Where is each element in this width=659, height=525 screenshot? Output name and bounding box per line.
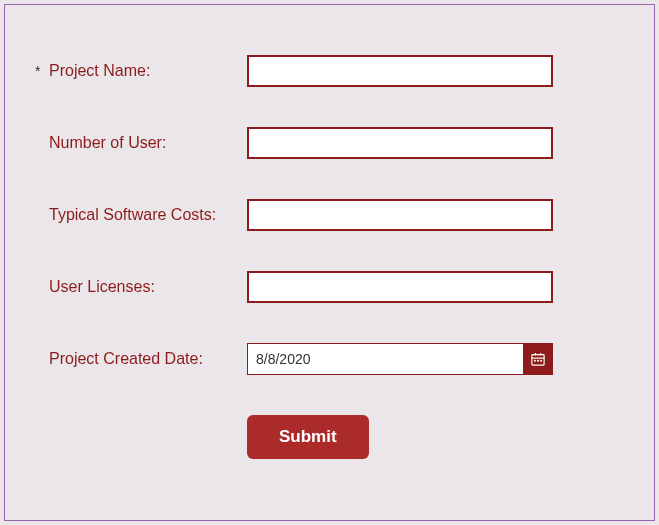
- form-panel: * Project Name: Number of User: Typical …: [4, 4, 655, 521]
- row-project-name: * Project Name:: [35, 55, 624, 87]
- row-software-costs: Typical Software Costs:: [35, 199, 624, 231]
- label-user-licenses: User Licenses:: [49, 278, 247, 296]
- created-date-input[interactable]: [247, 343, 523, 375]
- user-licenses-input[interactable]: [247, 271, 553, 303]
- row-user-licenses: User Licenses:: [35, 271, 624, 303]
- label-software-costs: Typical Software Costs:: [49, 206, 247, 224]
- software-costs-input[interactable]: [247, 199, 553, 231]
- calendar-icon: [531, 352, 545, 366]
- submit-button[interactable]: Submit: [247, 415, 369, 459]
- submit-row: Submit: [35, 415, 624, 459]
- label-number-of-user: Number of User:: [49, 134, 247, 152]
- svg-rect-5: [537, 360, 539, 362]
- label-project-name: Project Name:: [49, 62, 247, 80]
- required-marker: *: [35, 63, 49, 79]
- number-of-user-input[interactable]: [247, 127, 553, 159]
- label-created-date: Project Created Date:: [49, 350, 247, 368]
- calendar-button[interactable]: [523, 343, 553, 375]
- created-date-field: [247, 343, 553, 375]
- row-number-of-user: Number of User:: [35, 127, 624, 159]
- svg-rect-4: [534, 360, 536, 362]
- row-created-date: Project Created Date:: [35, 343, 624, 375]
- project-name-input[interactable]: [247, 55, 553, 87]
- svg-rect-6: [540, 360, 542, 362]
